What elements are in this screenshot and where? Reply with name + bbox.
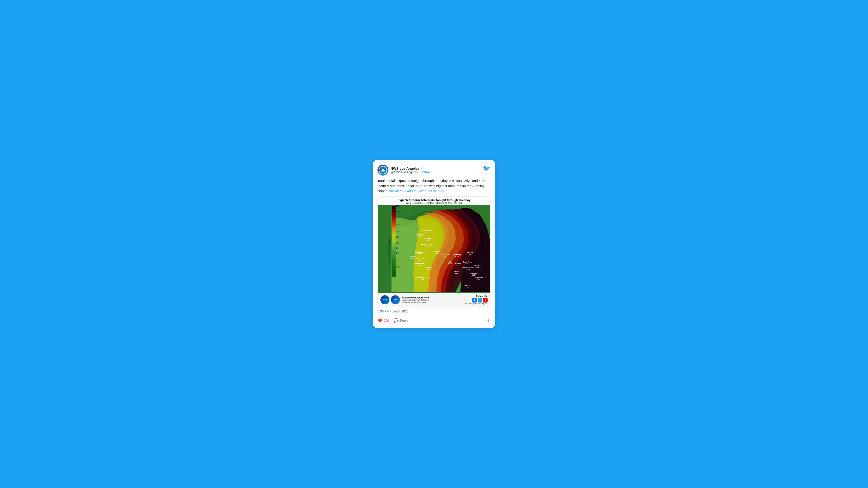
footer-date: 01/08/2023 09:45 PM GMT <box>402 301 464 303</box>
svg-text:Templeton: Templeton <box>416 234 424 236</box>
svg-text:3.30": 3.30" <box>472 274 475 276</box>
svg-text:4.17": 4.17" <box>418 259 422 261</box>
svg-text:5.73": 5.73" <box>475 267 479 269</box>
svg-text:Fillmore: Fillmore <box>455 263 461 265</box>
svg-text:0.25: 0.25 <box>396 266 400 268</box>
twitter-bird-icon: 🐦 <box>483 165 491 172</box>
svg-text:San Luis Obispo: San Luis Obispo <box>421 243 434 246</box>
svg-text:Santa Barbara: Santa Barbara <box>414 263 425 265</box>
account-name-row: NWS Los Angeles ✓ <box>391 166 430 170</box>
footer-location: Los Angeles/Oxnard California <box>402 299 464 301</box>
svg-text:2.91": 2.91" <box>418 265 422 266</box>
hashtag-larain[interactable]: #LARain <box>400 189 413 193</box>
youtube-icon[interactable]: ▶ <box>483 298 488 302</box>
svg-text:Cayucos: Cayucos <box>433 251 440 252</box>
tweet-header-left: NWS Los Angeles ✓ @NWSLosAngeles · Follo… <box>377 165 430 175</box>
svg-rect-48 <box>392 205 396 277</box>
svg-text:Mount Pinos: Mount Pinos <box>440 254 450 255</box>
twitter-icon[interactable]: 🐦 <box>477 298 482 302</box>
svg-text:4.05": 4.05" <box>418 236 422 238</box>
svg-text:5.22": 5.22" <box>456 265 460 266</box>
svg-text:8.0: 8.0 <box>396 217 399 219</box>
tweet-header: NWS Los Angeles ✓ @NWSLosAngeles · Follo… <box>377 165 491 175</box>
svg-text:Santa Paula: Santa Paula <box>463 261 472 263</box>
map-subtitle: Valid: 01/08/2023 04:00 PM - 01/11/2023 … <box>379 202 489 204</box>
like-count: 290 <box>384 319 389 322</box>
svg-text:Sandberg: Sandberg <box>453 254 461 256</box>
svg-text:0.1: 0.1 <box>396 274 399 276</box>
svg-text:Malibu: Malibu <box>454 271 460 272</box>
svg-text:1.25": 1.25" <box>421 278 425 280</box>
map-content: Templeton 4.05" Paso Robles 3.77" Atasca… <box>378 205 490 293</box>
svg-text:4.18": 4.18" <box>467 269 470 270</box>
svg-text:Paso Robles: Paso Robles <box>422 230 432 232</box>
svg-text:2.0: 2.0 <box>396 242 399 244</box>
svg-text:4.0: 4.0 <box>396 230 399 232</box>
footer-nws-name: National Weather Service <box>402 296 464 299</box>
map-header: Expected Storm Total Rain Tonight throug… <box>378 197 490 205</box>
footer-website: weather.gov/LosAngeles <box>465 302 488 305</box>
svg-text:Scorpion Anchorage: Scorpion Anchorage <box>414 276 430 278</box>
reply-label: Reply <box>400 319 408 322</box>
map-title: Expected Storm Total Rain Tonight throug… <box>379 198 489 202</box>
svg-text:1.0: 1.0 <box>396 252 399 254</box>
map-svg: Templeton 4.05" Paso Robles 3.77" Atasca… <box>378 205 490 293</box>
follow-button[interactable]: Follow <box>421 170 430 174</box>
footer-follow-text: Follow Us: <box>465 295 488 297</box>
map-footer: NOAA NWS National Weather Service Los An… <box>378 293 490 306</box>
svg-text:2.82": 2.82" <box>418 253 422 255</box>
facebook-icon[interactable]: f <box>472 298 477 302</box>
svg-text:4.83": 4.83" <box>425 246 429 248</box>
svg-text:3.77": 3.77" <box>425 232 429 234</box>
svg-text:1.15": 1.15" <box>465 286 469 288</box>
like-button[interactable]: ❤️ 290 <box>377 318 389 323</box>
account-handle-row: @NWSLosAngeles · Follow <box>391 170 430 174</box>
svg-text:6.70": 6.70" <box>448 263 452 265</box>
footer-follow: Follow Us: f 🐦 ▶ weather.gov/LosAngeles <box>465 295 488 305</box>
svg-text:Atascadero: Atascadero <box>424 237 433 239</box>
svg-text:Lancaster: Lancaster <box>466 252 473 254</box>
svg-text:4.91": 4.91" <box>426 239 430 241</box>
hashtag-socal[interactable]: #SoCal <box>433 189 444 193</box>
svg-text:4.44": 4.44" <box>455 256 459 258</box>
avatar[interactable] <box>377 165 388 175</box>
tweet-body: Total rainfall expected tonight through … <box>377 178 491 194</box>
svg-text:Woodland Hills: Woodland Hills <box>463 267 474 269</box>
svg-text:15.0: 15.0 <box>396 205 400 207</box>
svg-text:1.5: 1.5 <box>396 247 399 249</box>
reply-button[interactable]: 💬 Reply <box>394 318 408 323</box>
svg-text:2.39": 2.39" <box>411 257 415 259</box>
svg-text:10.0: 10.0 <box>396 211 400 213</box>
hashtag-laweather[interactable]: #LAWeather <box>414 189 432 193</box>
noaa-logo: NOAA <box>380 295 390 304</box>
svg-text:1.00": 1.00" <box>468 254 471 255</box>
svg-text:6.0: 6.0 <box>396 223 399 225</box>
footer-info: National Weather Service Los Angeles/Oxn… <box>402 296 464 303</box>
account-name[interactable]: NWS Los Angeles <box>391 166 420 170</box>
svg-text:Lompoc: Lompoc <box>410 255 416 257</box>
info-button[interactable]: ⓘ <box>487 318 491 323</box>
svg-text:1.69": 1.69" <box>435 252 439 254</box>
tweet-card: NWS Los Angeles ✓ @NWSLosAngeles · Follo… <box>373 160 495 328</box>
svg-text:3.0: 3.0 <box>396 236 399 238</box>
separator: · <box>418 170 420 174</box>
reply-icon: 💬 <box>394 318 399 323</box>
heart-icon: ❤️ <box>377 318 382 323</box>
footer-social-icons: f 🐦 ▶ <box>465 298 488 302</box>
svg-text:Ojai: Ojai <box>448 261 452 263</box>
svg-text:Long Beach: Long Beach <box>474 277 483 279</box>
svg-text:Ventura: Ventura <box>426 267 432 269</box>
nws-logo: NWS <box>391 295 400 304</box>
hashtag-cawx[interactable]: #cawx <box>389 189 399 193</box>
svg-text:Avalon: Avalon <box>465 285 470 286</box>
svg-text:0.5: 0.5 <box>396 260 399 262</box>
svg-text:3.02": 3.02" <box>443 255 447 257</box>
tweet-timestamp: 6:36 PM · Jan 8, 2023 <box>377 310 491 313</box>
footer-logos: NOAA NWS <box>380 295 400 304</box>
svg-text:Los Angeles: Los Angeles <box>469 272 478 274</box>
account-handle[interactable]: @NWSLosAngeles <box>391 170 418 174</box>
svg-text:Inches: Inches <box>389 238 391 244</box>
tweet-actions: ❤️ 290 💬 Reply ⓘ <box>377 316 491 323</box>
svg-text:4.24": 4.24" <box>465 263 469 265</box>
svg-text:Pasadena: Pasadena <box>474 265 482 267</box>
